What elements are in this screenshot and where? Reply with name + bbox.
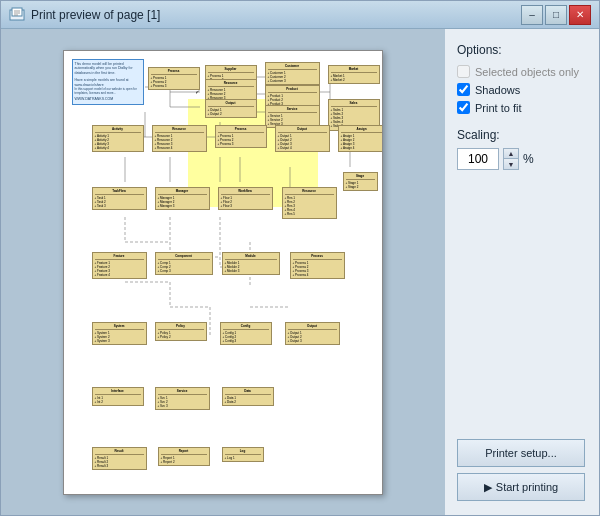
info-box: This demo model will be printed automati… bbox=[72, 59, 144, 105]
uml-box-21: Component + Comp 1+ Comp 2+ Comp 3 bbox=[155, 252, 213, 276]
uml-box-23: Process + Process 1+ Process 2+ Process … bbox=[290, 252, 345, 280]
scaling-title: Scaling: bbox=[457, 128, 587, 142]
main-content: This demo model will be printed automati… bbox=[1, 29, 599, 515]
uml-box-15: TaskFlow + Task 1+ Task 2+ Task 3 bbox=[92, 187, 147, 211]
uml-box-16: Manager + Manager 1+ Manager 2+ Manager … bbox=[155, 187, 210, 211]
options-title: Options: bbox=[457, 43, 587, 57]
print-preview-window: Print preview of page [1] – □ ✕ bbox=[0, 0, 600, 516]
preview-area: This demo model will be printed automati… bbox=[1, 29, 444, 515]
uml-box-4: Output + Output 1+ Output 2 bbox=[205, 99, 257, 119]
uml-box-22: Module + Module 1+ Module 2+ Module 3 bbox=[222, 252, 280, 276]
title-bar-left: Print preview of page [1] bbox=[9, 7, 160, 23]
uml-box-29: Service + Svc 1+ Svc 2+ Svc 3 bbox=[155, 387, 210, 411]
uml-box-20: Feature + Feature 1+ Feature 2+ Feature … bbox=[92, 252, 147, 280]
uml-box-18: Resource + Res 1+ Res 2+ Res 3+ Res 4+ R… bbox=[282, 187, 337, 219]
uml-box-24: System + System 1+ System 2+ System 3 bbox=[92, 322, 147, 346]
maximize-button[interactable]: □ bbox=[545, 5, 567, 25]
shadows-label: Shadows bbox=[475, 84, 520, 96]
title-buttons: – □ ✕ bbox=[521, 5, 591, 25]
uml-box-5: Customer + Customer 1+ Customer 2+ Custo… bbox=[265, 62, 320, 86]
print-icon: ▶ bbox=[484, 481, 492, 494]
scaling-row: 100 ▲ ▼ % bbox=[457, 148, 587, 170]
right-panel: Options: Selected objects only Shadows P… bbox=[444, 29, 599, 515]
spin-buttons: ▲ ▼ bbox=[503, 148, 519, 170]
selected-objects-row: Selected objects only bbox=[457, 65, 587, 78]
uml-box-8: Market + Market 1+ Market 2 bbox=[328, 65, 380, 85]
uml-box-17: Workflow + Flow 1+ Flow 2+ Flow 3 bbox=[218, 187, 273, 211]
uml-box-27: Output + Output 1+ Output 2+ Output 3 bbox=[285, 322, 340, 346]
selected-objects-checkbox[interactable] bbox=[457, 65, 470, 78]
uml-box-12: Process + Process 1+ Process 2+ Process … bbox=[215, 125, 267, 149]
options-section: Options: Selected objects only Shadows P… bbox=[457, 43, 587, 114]
uml-box-14: Assign + Assign 1+ Assign 2+ Assign 3+ A… bbox=[338, 125, 383, 153]
start-printing-label: Start printing bbox=[496, 481, 558, 493]
shadows-row: Shadows bbox=[457, 83, 587, 96]
printer-setup-button[interactable]: Printer setup... bbox=[457, 439, 585, 467]
uml-box-32: Report + Report 1+ Report 2 bbox=[158, 447, 210, 467]
uml-box-28: Interface + Int 1+ Int 2 bbox=[92, 387, 144, 407]
diagram-content: This demo model will be printed automati… bbox=[70, 57, 376, 488]
uml-box-25: Policy + Policy 1+ Policy 2 bbox=[155, 322, 207, 342]
scaling-section: Scaling: 100 ▲ ▼ % bbox=[457, 128, 587, 170]
scaling-input[interactable]: 100 bbox=[457, 148, 499, 170]
minimize-button[interactable]: – bbox=[521, 5, 543, 25]
selected-objects-label: Selected objects only bbox=[475, 66, 579, 78]
spin-up-button[interactable]: ▲ bbox=[504, 149, 518, 159]
uml-box-10: Activity + Activity 1+ Activity 2+ Activ… bbox=[92, 125, 144, 153]
percent-label: % bbox=[523, 152, 534, 166]
window-icon bbox=[9, 7, 25, 23]
uml-box-19: Stage + Stage 1+ Stage 2 bbox=[343, 172, 378, 192]
print-to-fit-checkbox[interactable] bbox=[457, 101, 470, 114]
page-preview: This demo model will be printed automati… bbox=[63, 50, 383, 495]
window-title: Print preview of page [1] bbox=[31, 8, 160, 22]
close-button[interactable]: ✕ bbox=[569, 5, 591, 25]
uml-box-31: Result + Result 1+ Result 2+ Result 3 bbox=[92, 447, 147, 471]
title-bar: Print preview of page [1] – □ ✕ bbox=[1, 1, 599, 29]
uml-box-13: Output + Output 1+ Output 2+ Output 3+ O… bbox=[275, 125, 330, 153]
uml-box-33: Log + Log 1 bbox=[222, 447, 264, 462]
spin-down-button[interactable]: ▼ bbox=[504, 159, 518, 169]
uml-box-30: Data + Data 1+ Data 2 bbox=[222, 387, 274, 407]
print-to-fit-row: Print to fit bbox=[457, 101, 587, 114]
uml-box-11: Resource + Resource 1+ Resource 2+ Resou… bbox=[152, 125, 207, 153]
bottom-buttons: Printer setup... ▶ Start printing bbox=[457, 439, 587, 501]
start-printing-button[interactable]: ▶ Start printing bbox=[457, 473, 585, 501]
uml-box-26: Config + Config 1+ Config 2+ Config 3 bbox=[220, 322, 272, 346]
shadows-checkbox[interactable] bbox=[457, 83, 470, 96]
uml-box-1: Process + Process 1+ Process 2+ Process … bbox=[148, 67, 200, 91]
print-to-fit-label: Print to fit bbox=[475, 102, 521, 114]
